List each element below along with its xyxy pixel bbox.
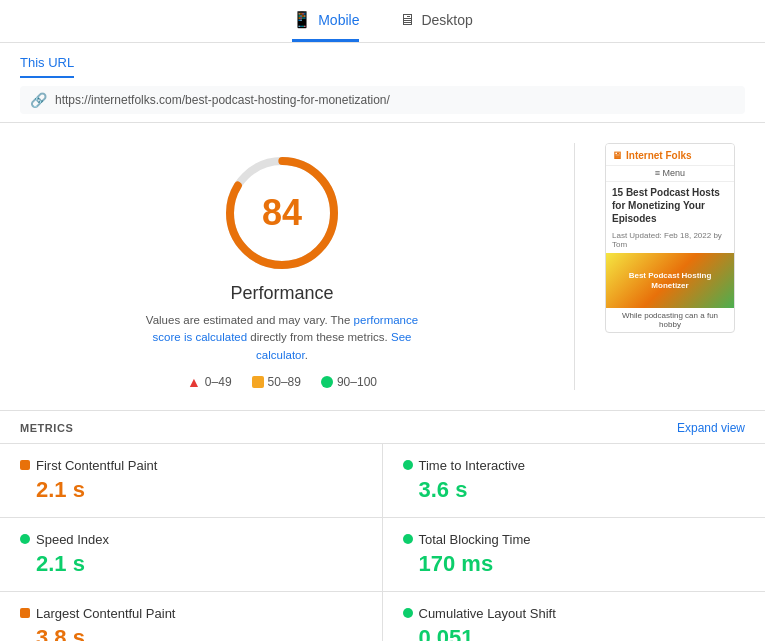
si-label: Speed Index [36, 532, 109, 547]
screenshot-menu: ≡ Menu [606, 166, 734, 182]
screenshot-caption: While podcasting can a fun hobby [606, 308, 734, 332]
url-row: 🔗 https://internetfolks.com/best-podcast… [20, 86, 745, 114]
screenshot-title: 15 Best Podcast Hosts for Monetizing You… [606, 182, 734, 229]
metric-tbt: Total Blocking Time 170 ms [383, 518, 766, 592]
tabs-bar: 📱 Mobile 🖥 Desktop [0, 0, 765, 43]
screenshot-updated: Last Updated: Feb 18, 2022 by Tom [606, 229, 734, 253]
expand-view-button[interactable]: Expand view [677, 421, 745, 435]
si-name-row: Speed Index [20, 532, 362, 547]
lcp-dot [20, 608, 30, 618]
performance-desc: Values are estimated and may vary. The p… [132, 312, 432, 364]
desc-end: . [305, 349, 308, 361]
metric-si: Speed Index 2.1 s [0, 518, 383, 592]
metrics-header: METRICS Expand view [0, 410, 765, 443]
tti-dot [403, 460, 413, 470]
screenshot-image: Best Podcast Hosting Monetizer [606, 253, 734, 308]
fcp-name-row: First Contentful Paint [20, 458, 362, 473]
monitor-icon: 🖥 [612, 150, 622, 161]
cls-dot [403, 608, 413, 618]
this-url-label: This URL [20, 55, 74, 70]
cls-label: Cumulative Layout Shift [419, 606, 556, 621]
this-url-tab[interactable]: This URL [20, 51, 74, 78]
tti-name-row: Time to Interactive [403, 458, 746, 473]
desc-start: Values are estimated and may vary. The [146, 314, 354, 326]
tab-desktop-label: Desktop [421, 12, 472, 28]
lcp-name-row: Largest Contentful Paint [20, 606, 362, 621]
link-icon: 🔗 [30, 92, 47, 108]
fcp-label: First Contentful Paint [36, 458, 157, 473]
screenshot-card: 🖥 Internet Folks ≡ Menu 15 Best Podcast … [605, 143, 735, 333]
legend-orange: 50–89 [252, 375, 301, 389]
si-value: 2.1 s [36, 551, 362, 577]
legend-green: 90–100 [321, 375, 377, 389]
left-panel: 84 Performance Values are estimated and … [20, 143, 544, 390]
score-number: 84 [262, 192, 302, 234]
url-section: This URL 🔗 https://internetfolks.com/bes… [0, 43, 765, 123]
main-content: 84 Performance Values are estimated and … [0, 123, 765, 410]
tbt-dot [403, 534, 413, 544]
site-name: Internet Folks [626, 150, 692, 161]
tab-desktop[interactable]: 🖥 Desktop [399, 10, 472, 42]
score-circle: 84 [222, 153, 342, 273]
tab-mobile-label: Mobile [318, 12, 359, 28]
screenshot-header: 🖥 Internet Folks [606, 144, 734, 166]
metric-lcp: Largest Contentful Paint 3.8 s [0, 592, 383, 641]
right-panel: 🖥 Internet Folks ≡ Menu 15 Best Podcast … [605, 143, 745, 390]
lcp-label: Largest Contentful Paint [36, 606, 175, 621]
red-triangle-icon: ▲ [187, 374, 201, 390]
vertical-divider [574, 143, 575, 390]
tti-label: Time to Interactive [419, 458, 525, 473]
orange-square-icon [252, 376, 264, 388]
lcp-value: 3.8 s [36, 625, 362, 641]
tti-value: 3.6 s [419, 477, 746, 503]
metric-cls: Cumulative Layout Shift 0.051 [383, 592, 766, 641]
red-range: 0–49 [205, 375, 232, 389]
si-dot [20, 534, 30, 544]
legend: ▲ 0–49 50–89 90–100 [187, 374, 377, 390]
metric-tti: Time to Interactive 3.6 s [383, 444, 766, 518]
metrics-grid: First Contentful Paint 2.1 s Time to Int… [0, 443, 765, 641]
green-circle-icon [321, 376, 333, 388]
tbt-value: 170 ms [419, 551, 746, 577]
performance-label: Performance [230, 283, 333, 304]
cls-value: 0.051 [419, 625, 746, 641]
desktop-icon: 🖥 [399, 11, 415, 29]
tbt-name-row: Total Blocking Time [403, 532, 746, 547]
desc-mid: directly from these metrics. [247, 331, 391, 343]
legend-red: ▲ 0–49 [187, 374, 232, 390]
mobile-icon: 📱 [292, 10, 312, 29]
orange-range: 50–89 [268, 375, 301, 389]
metric-fcp: First Contentful Paint 2.1 s [0, 444, 383, 518]
cls-name-row: Cumulative Layout Shift [403, 606, 746, 621]
metrics-label: METRICS [20, 422, 73, 434]
fcp-value: 2.1 s [36, 477, 362, 503]
url-tabs: This URL [20, 51, 745, 78]
fcp-dot [20, 460, 30, 470]
score-area: 84 Performance Values are estimated and … [20, 153, 544, 390]
green-range: 90–100 [337, 375, 377, 389]
url-text: https://internetfolks.com/best-podcast-h… [55, 93, 390, 107]
tab-mobile[interactable]: 📱 Mobile [292, 10, 359, 42]
tbt-label: Total Blocking Time [419, 532, 531, 547]
